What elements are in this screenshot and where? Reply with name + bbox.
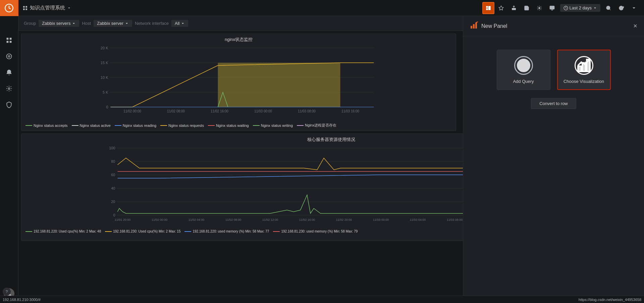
svg-point-64 bbox=[476, 22, 477, 23]
svg-rect-1 bbox=[7, 38, 9, 40]
svg-text:5 K: 5 K bbox=[103, 90, 108, 94]
svg-rect-14 bbox=[486, 6, 488, 8]
legend2-2: 192.168.81.230: Used cpu(%) Min: 2 Max: … bbox=[113, 230, 180, 233]
share-icon-btn[interactable] bbox=[508, 2, 520, 14]
svg-text:100: 100 bbox=[109, 146, 115, 150]
save-icon-btn[interactable] bbox=[521, 2, 533, 14]
panel-close-button[interactable]: × bbox=[633, 22, 637, 30]
app-logo[interactable] bbox=[0, 0, 18, 16]
svg-point-5 bbox=[7, 54, 12, 59]
dashboard-icon-btn[interactable] bbox=[482, 2, 494, 14]
chart-panel-nginx: nginx状态监控 20 K 15 K 10 K 5 K 0 11/02 00:… bbox=[21, 34, 456, 131]
group-dropdown[interactable]: Zabbix servers bbox=[39, 20, 79, 27]
svg-text:0: 0 bbox=[113, 213, 115, 217]
add-query-icon bbox=[514, 56, 533, 75]
host-label: Host bbox=[82, 21, 91, 26]
sidebar-item-explore[interactable] bbox=[0, 48, 18, 64]
svg-text:11/02 12:00: 11/02 12:00 bbox=[262, 218, 278, 221]
chart1-container: 20 K 15 K 10 K 5 K 0 11/02 00:00 11/02 0… bbox=[21, 44, 456, 121]
settings-icon-btn[interactable] bbox=[533, 2, 545, 14]
svg-text:80: 80 bbox=[111, 159, 115, 163]
legend1-6: Nginx status writing bbox=[261, 123, 293, 128]
legend1-2: Nginx status active bbox=[80, 123, 111, 128]
svg-text:11/03 00:00: 11/03 00:00 bbox=[254, 109, 272, 113]
legend1-1: Nginx status accepts bbox=[34, 123, 68, 128]
group-label: Group bbox=[24, 21, 36, 26]
time-picker[interactable]: Last 2 days bbox=[560, 4, 601, 12]
panel-body: Add Query Choose Visualization Convert t… bbox=[463, 36, 644, 122]
svg-text:11/02 04:00: 11/02 04:00 bbox=[189, 218, 205, 221]
svg-rect-10 bbox=[25, 6, 27, 8]
time-picker-label: Last 2 days bbox=[570, 5, 592, 10]
svg-rect-4 bbox=[10, 41, 12, 43]
svg-text:11/02 16:00: 11/02 16:00 bbox=[211, 109, 228, 113]
svg-text:11/02 08:00: 11/02 08:00 bbox=[225, 218, 241, 221]
add-query-label: Add Query bbox=[513, 79, 534, 84]
refresh-interval-btn[interactable] bbox=[628, 2, 640, 14]
svg-text:11/02 20:00: 11/02 20:00 bbox=[336, 218, 352, 221]
svg-rect-9 bbox=[23, 6, 25, 8]
svg-text:11/03 16:00: 11/03 16:00 bbox=[341, 109, 359, 113]
network-value: All bbox=[175, 21, 179, 26]
choose-visualization-button[interactable]: Choose Visualization bbox=[557, 50, 611, 90]
svg-marker-36 bbox=[218, 63, 340, 107]
choose-viz-label: Choose Visualization bbox=[564, 79, 604, 84]
svg-rect-68 bbox=[578, 66, 581, 71]
svg-text:20 K: 20 K bbox=[101, 46, 108, 50]
panel-action-buttons: Add Query Choose Visualization bbox=[497, 50, 611, 90]
svg-text:20: 20 bbox=[111, 200, 115, 204]
chart1-svg: 20 K 15 K 10 K 5 K 0 11/02 00:00 11/02 0… bbox=[24, 45, 452, 119]
tv-icon-btn[interactable] bbox=[546, 2, 558, 14]
legend1-4: Nginx status requests bbox=[168, 123, 204, 128]
new-panel: New Panel × Add Query bbox=[463, 16, 644, 303]
topbar-icons: Last 2 days bbox=[482, 2, 640, 14]
star-icon-btn[interactable] bbox=[495, 2, 507, 14]
convert-to-row-button[interactable]: Convert to row bbox=[531, 98, 576, 109]
statusbar-url: 192.168.81.210:3000/# bbox=[3, 298, 41, 302]
host-dropdown[interactable]: Zabbix server bbox=[94, 20, 132, 27]
svg-text:11/03 08:00: 11/03 08:00 bbox=[447, 218, 463, 221]
zoom-in-icon-btn[interactable] bbox=[602, 2, 614, 14]
svg-rect-62 bbox=[473, 24, 475, 29]
legend1-5: Nginx status waiting bbox=[216, 123, 249, 128]
help-button[interactable]: ? bbox=[3, 288, 11, 296]
svg-text:11/02 00:00: 11/02 00:00 bbox=[152, 218, 168, 221]
group-value: Zabbix servers bbox=[42, 21, 70, 26]
panel-header-title: New Panel bbox=[481, 23, 633, 29]
svg-text:40: 40 bbox=[111, 186, 115, 190]
add-query-button[interactable]: Add Query bbox=[497, 50, 550, 90]
svg-rect-61 bbox=[471, 26, 472, 29]
sidebar-item-shield[interactable] bbox=[0, 97, 18, 113]
svg-text:15 K: 15 K bbox=[101, 61, 108, 65]
svg-rect-15 bbox=[488, 6, 491, 10]
sidebar-item-alerts[interactable] bbox=[0, 64, 18, 81]
svg-text:0: 0 bbox=[106, 105, 108, 109]
svg-text:11/03 04:00: 11/03 04:00 bbox=[410, 218, 426, 221]
legend1-3: Nginx status reading bbox=[123, 123, 156, 128]
svg-rect-2 bbox=[10, 38, 12, 40]
svg-text:11/01 20:00: 11/01 20:00 bbox=[115, 218, 131, 221]
chart1-title: nginx状态监控 bbox=[21, 34, 456, 44]
svg-rect-63 bbox=[475, 22, 477, 29]
sidebar-item-dashboard[interactable] bbox=[0, 32, 18, 48]
svg-text:10 K: 10 K bbox=[101, 75, 108, 80]
legend1-7: Nginx进程是否存在 bbox=[305, 123, 336, 128]
statusbar-right: https://blog.csdn.net/weixin_44953658 bbox=[579, 298, 641, 302]
topbar: 知识点管理系统 Last 2 days bbox=[18, 0, 644, 16]
svg-rect-12 bbox=[25, 8, 27, 10]
svg-rect-17 bbox=[550, 6, 554, 9]
app-title-text: 知识点管理系统 bbox=[30, 5, 65, 11]
legend2-3: 192.168.81.220: used memory (%) Min: 58 … bbox=[193, 230, 269, 233]
sidebar-item-config[interactable] bbox=[0, 81, 18, 97]
svg-text:11/03 00:00: 11/03 00:00 bbox=[373, 218, 389, 221]
svg-text:11/03 08:00: 11/03 08:00 bbox=[298, 109, 316, 113]
svg-rect-11 bbox=[23, 8, 25, 10]
sidebar-item-add[interactable] bbox=[0, 16, 18, 32]
svg-text:11/02 16:00: 11/02 16:00 bbox=[299, 218, 315, 221]
legend2-1: 192.168.81.220: Used cpu(%) Min: 2 Max: … bbox=[34, 230, 101, 233]
app-title[interactable]: 知识点管理系统 bbox=[22, 5, 71, 11]
network-dropdown[interactable]: All bbox=[171, 20, 188, 27]
refresh-icon-btn[interactable] bbox=[615, 2, 627, 14]
statusbar: 192.168.81.210:3000/# https://blog.csdn.… bbox=[0, 296, 644, 303]
panel-header-icon bbox=[470, 21, 478, 31]
